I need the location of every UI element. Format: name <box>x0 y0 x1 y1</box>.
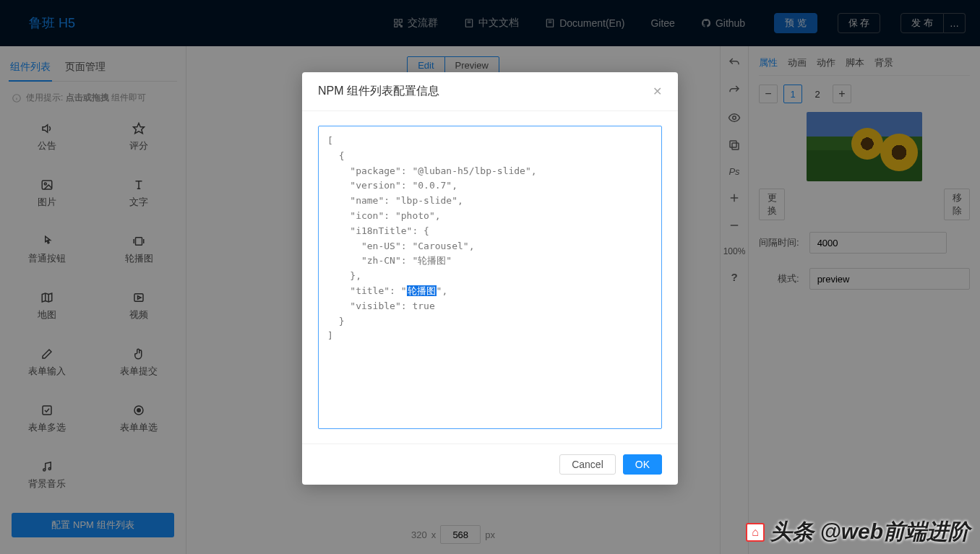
watermark: ⌂ 头条 @web前端进阶 <box>746 517 970 547</box>
modal-title: NPM 组件列表配置信息 <box>318 84 653 99</box>
npm-config-modal: NPM 组件列表配置信息 ✕ [ { "package": "@luban-h5… <box>302 72 678 485</box>
toutiao-icon: ⌂ <box>746 523 765 542</box>
cancel-button[interactable]: Cancel <box>559 454 616 475</box>
close-icon[interactable]: ✕ <box>653 85 662 98</box>
ok-button[interactable]: OK <box>623 454 662 475</box>
json-textarea[interactable]: [ { "package": "@luban-h5/lbp-slide", "v… <box>318 126 662 429</box>
